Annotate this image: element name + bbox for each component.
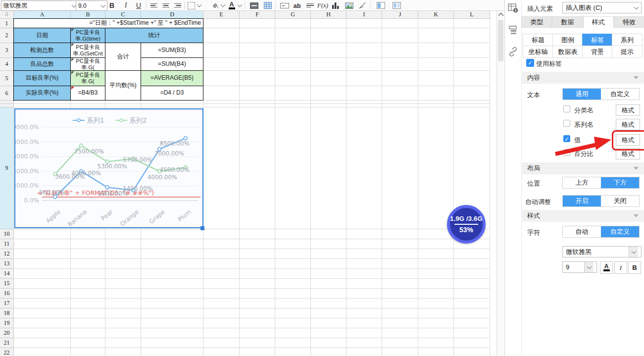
- merge-cells-button[interactable]: [248, 0, 260, 11]
- panel-italic-button[interactable]: I: [614, 261, 627, 274]
- subtab-axis[interactable]: 坐标轴: [523, 46, 553, 58]
- cell-D5[interactable]: =AVERAGE(B5): [141, 71, 203, 86]
- memory-usage-badge[interactable]: 1.9G /3.6G 53%: [447, 205, 486, 244]
- row-header-12[interactable]: 12: [0, 249, 14, 259]
- underline-button[interactable]: U: [133, 0, 145, 11]
- font-color-dropdown[interactable]: [237, 0, 243, 11]
- format-button-系列名[interactable]: 格式: [616, 119, 640, 130]
- dropdown-button[interactable]: [629, 247, 638, 257]
- column-header-K[interactable]: K: [418, 11, 454, 19]
- align-right-button[interactable]: [172, 0, 183, 11]
- column-header-J[interactable]: J: [382, 11, 418, 19]
- cell-A6[interactable]: 实际良率(%): [14, 86, 71, 101]
- row-header-22[interactable]: 22: [0, 348, 14, 356]
- fill-color-button[interactable]: [210, 0, 220, 11]
- bold-button[interactable]: B: [106, 0, 118, 11]
- row-header-9[interactable]: 9: [0, 107, 14, 229]
- column-header-H[interactable]: H: [311, 11, 347, 19]
- panel-font-dropdown[interactable]: 微软雅黑: [562, 246, 642, 257]
- subtab-title[interactable]: 标题: [523, 34, 553, 46]
- cell-B3[interactable]: PC显卡良率.G(SetCnt: [71, 43, 105, 58]
- panel-bold-button[interactable]: B: [628, 261, 641, 274]
- borders-dropdown[interactable]: [196, 0, 202, 11]
- checkbox-系列名[interactable]: [563, 120, 570, 127]
- checkbox-分类名[interactable]: [563, 105, 570, 112]
- column-header-I[interactable]: I: [347, 11, 382, 19]
- row-header-hidden[interactable]: [0, 101, 14, 104]
- chart-element[interactable]: 10000.0%8000.0%6000.0%4000.0%2000.0%0.0%…: [14, 108, 203, 228]
- row-header-13[interactable]: 13: [0, 259, 14, 269]
- tab-type[interactable]: 类型: [521, 16, 552, 28]
- row-header-4[interactable]: 4: [0, 58, 14, 71]
- layout-panel-button[interactable]: [374, 0, 387, 11]
- scrollbar-thumb[interactable]: [498, 20, 503, 61]
- autofit-on[interactable]: 开启: [563, 196, 601, 206]
- font-color-button[interactable]: A: [227, 0, 237, 11]
- cell-A4[interactable]: 良品总数: [14, 58, 71, 71]
- cell-A2[interactable]: 日期: [14, 28, 71, 43]
- panel-font-size-dropdown[interactable]: 9: [562, 261, 597, 273]
- draw-line-button[interactable]: [356, 0, 368, 11]
- column-header-C[interactable]: C: [105, 11, 141, 19]
- font-family-select[interactable]: 微软雅黑: [1, 0, 78, 11]
- list-panel-button[interactable]: [390, 0, 403, 11]
- chart-resize-handle[interactable]: [200, 226, 204, 230]
- column-header-G[interactable]: G: [275, 11, 311, 19]
- row-header-20[interactable]: 20: [0, 328, 14, 338]
- row-header-6[interactable]: 6: [0, 86, 14, 101]
- position-bottom[interactable]: 下方: [601, 177, 639, 188]
- text-mode-custom[interactable]: 自定义: [601, 89, 639, 100]
- rich-text-button[interactable]: [304, 0, 316, 11]
- insert-table-button[interactable]: [261, 0, 274, 11]
- row-header-3[interactable]: 3: [0, 43, 14, 58]
- textbox-button[interactable]: [278, 0, 291, 11]
- row-header-18[interactable]: 18: [0, 308, 14, 318]
- row-header-14[interactable]: 14: [0, 269, 14, 279]
- column-header-E[interactable]: E: [203, 11, 240, 19]
- text-mode-general[interactable]: 通用: [563, 89, 601, 100]
- panel-font-color-button[interactable]: A: [600, 261, 613, 274]
- cell-A3[interactable]: 检测总数: [14, 43, 71, 58]
- cell-D4[interactable]: =SUM(B4): [141, 58, 203, 71]
- insert-image-button[interactable]: [343, 0, 355, 11]
- subtab-datatable[interactable]: 数据表: [552, 46, 583, 58]
- scroll-up-icon[interactable]: [498, 12, 503, 18]
- cell-C2-D2[interactable]: 统计: [105, 28, 203, 43]
- text-label-button[interactable]: ab: [291, 0, 303, 11]
- cell-A5[interactable]: 目标良率(%): [14, 71, 71, 86]
- cell-B2[interactable]: PC显卡良率.G(time): [71, 28, 105, 43]
- section-style[interactable]: 样式: [521, 210, 644, 222]
- row-header-10[interactable]: 10: [0, 229, 14, 239]
- position-top[interactable]: 上方: [563, 177, 601, 188]
- fill-color-dropdown[interactable]: [220, 0, 226, 11]
- tab-effects[interactable]: 特效: [614, 16, 644, 28]
- row-header-5[interactable]: 5: [0, 71, 14, 86]
- insert-chart-button[interactable]: [330, 0, 342, 11]
- cell-D6[interactable]: =D4 / D3: [141, 86, 203, 101]
- cell-B5[interactable]: PC显卡良率.G(: [71, 71, 105, 86]
- italic-button[interactable]: I: [120, 0, 132, 11]
- cell-D3[interactable]: =SUM(B3): [141, 43, 203, 58]
- char-custom[interactable]: 自定义: [601, 226, 639, 237]
- char-auto[interactable]: 自动: [563, 226, 601, 237]
- subtab-legend[interactable]: 图例: [552, 34, 583, 46]
- row-header-hidden[interactable]: [0, 104, 14, 107]
- row-header-17[interactable]: 17: [0, 299, 14, 308]
- column-header-F[interactable]: F: [240, 11, 275, 19]
- column-header-A[interactable]: A: [14, 11, 71, 19]
- use-label-checkbox[interactable]: ✓: [526, 59, 534, 67]
- column-header-D[interactable]: D: [141, 11, 203, 19]
- row-header-21[interactable]: 21: [0, 338, 14, 348]
- cell-C3-C4[interactable]: 合计: [105, 43, 141, 71]
- row-header-19[interactable]: 19: [0, 318, 14, 328]
- row-header-15[interactable]: 15: [0, 279, 14, 289]
- vertical-scrollbar[interactable]: [496, 11, 504, 356]
- cell-A1-date-formula[interactable]: ="日期：" +$StartTime +" 至 " + $EndTime: [14, 19, 203, 28]
- tab-style[interactable]: 样式: [583, 16, 614, 28]
- section-content[interactable]: 内容: [521, 72, 644, 84]
- cell-C5-C6[interactable]: 平均数(%): [105, 71, 141, 101]
- subtab-tooltip[interactable]: 提示: [612, 46, 643, 58]
- row-header-11[interactable]: 11: [0, 239, 14, 249]
- cell-B6[interactable]: =B4/B3: [71, 86, 105, 101]
- align-left-button[interactable]: [149, 0, 159, 11]
